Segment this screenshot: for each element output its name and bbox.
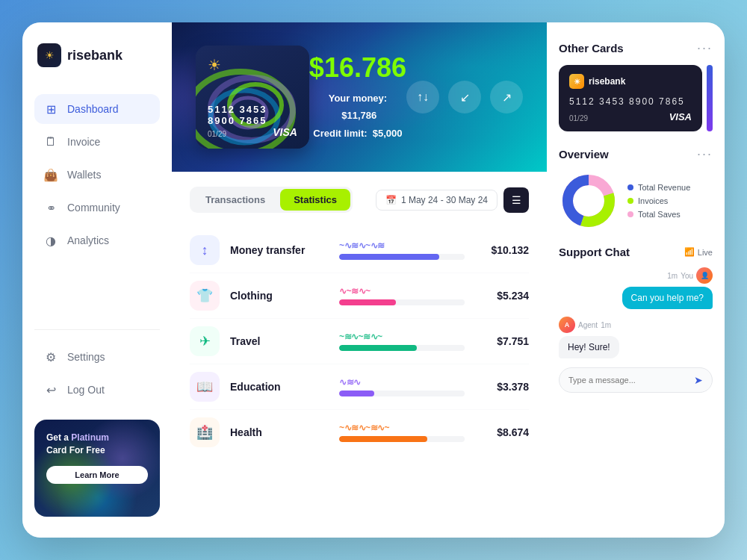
overview-more-button[interactable]: ···: [697, 146, 713, 162]
sidebar-item-invoice[interactable]: 🗒 Invoice: [34, 127, 160, 157]
sidebar-item-label: Log Out: [67, 384, 105, 396]
overview-title: Overview: [559, 148, 609, 161]
receive-button[interactable]: ↙: [448, 81, 481, 113]
transactions-section: Transactions Statistics 📅 1 May 24 - 30 …: [172, 172, 547, 538]
sidebar-item-label: Dashboard: [67, 103, 119, 115]
wifi-icon: 📶: [684, 247, 695, 257]
tx-icon: ✈: [190, 326, 220, 356]
legend-dot-revenue: [627, 184, 633, 190]
sidebar-item-label: Community: [67, 202, 120, 214]
tx-label: Travel: [230, 335, 327, 347]
tx-bar-bg: [339, 391, 465, 396]
transfer-button[interactable]: ↑↓: [406, 81, 439, 113]
action-buttons: ↑↓ ↙ ↗: [406, 81, 523, 113]
support-chat-section: Support Chat 📶 Live 1m You 👤 Can you hel…: [559, 246, 713, 393]
tx-bar-area: ~≋∿~≋∿~: [339, 332, 465, 351]
send-action-button[interactable]: ↗: [490, 81, 523, 113]
sidebar-item-label: Invoice: [67, 136, 100, 148]
tx-bar-area: ∿≋∿: [339, 377, 465, 396]
promo-text: Get a Platinum Card For Free: [46, 432, 148, 457]
sidebar-item-label: Wallets: [67, 169, 101, 181]
card-brand: VISA: [273, 126, 297, 138]
nav-section: ⊞ Dashboard 🗒 Invoice 👜 Wallets ⚭ Commun…: [34, 94, 160, 317]
invoice-icon: 🗒: [43, 134, 58, 149]
date-filter-button[interactable]: 📅 1 May 24 - 30 May 24: [376, 190, 498, 211]
date-range-label: 1 May 24 - 30 May 24: [401, 195, 488, 205]
learn-more-button[interactable]: Learn More: [46, 466, 148, 484]
tx-bar-area: ~∿≋∿~≋∿~: [339, 423, 465, 442]
overview-section: Overview ··· Tot: [559, 146, 713, 231]
agent-bubble: Hey! Sure!: [559, 336, 619, 358]
other-cards-section: Other Cards ··· ☀ risebank 5112 3453 890…: [559, 40, 713, 131]
tx-label: Money transfer: [230, 244, 327, 256]
sidebar-item-community[interactable]: ⚭ Community: [34, 193, 160, 223]
mini-card-number: 5112 3453 8900 7865: [569, 96, 692, 107]
sidebar: ☀ risebank ⊞ Dashboard 🗒 Invoice 👜 Walle…: [22, 22, 172, 538]
sidebar-item-wallets[interactable]: 👜 Wallets: [34, 160, 160, 190]
transaction-row: 🏥 Health ~∿≋∿~≋∿~ $8.674: [190, 410, 529, 455]
legend-item-invoices: Invoices: [627, 196, 690, 205]
main-content: ☀ 5112 3453 8900 7865 01/29 VISA $16.786…: [172, 22, 547, 538]
chat-title: Support Chat: [559, 246, 630, 258]
tx-bar-fill: [339, 345, 417, 351]
transaction-row: ↕ Money transfer ~∿≋∿~∿≋ $10.132: [190, 228, 529, 273]
credit-card: ☀ 5112 3453 8900 7865 01/29 VISA: [196, 46, 309, 149]
tab-transactions[interactable]: Transactions: [192, 189, 279, 211]
tx-amount: $3.378: [477, 381, 529, 393]
sidebar-item-label: Settings: [67, 351, 105, 363]
send-message-button[interactable]: ➤: [694, 374, 703, 386]
sidebar-item-dashboard[interactable]: ⊞ Dashboard: [34, 94, 160, 124]
logo-text: risebank: [67, 48, 123, 63]
donut-legend: Total Revenue Invoices Total Saves: [627, 183, 690, 219]
svg-point-9: [575, 187, 602, 214]
transaction-row: 📖 Education ∿≋∿ $3.378: [190, 364, 529, 410]
tab-statistics[interactable]: Statistics: [280, 189, 350, 211]
tx-amount: $10.132: [477, 244, 529, 256]
card-bottom: 01/29 VISA: [208, 126, 297, 138]
tx-bar-bg: [339, 299, 465, 305]
chat-messages: 1m You 👤 Can you help me? A Agent 1m Hey…: [559, 267, 713, 358]
chat-message-agent: A Agent 1m Hey! Sure!: [559, 317, 713, 358]
transactions-header: Transactions Statistics 📅 1 May 24 - 30 …: [190, 187, 529, 213]
sidebar-item-label: Analytics: [67, 234, 109, 246]
tx-icon: 📖: [190, 372, 220, 402]
sidebar-item-settings[interactable]: ⚙ Settings: [34, 342, 160, 372]
tx-icon: 👕: [190, 281, 220, 311]
card-number: 5112 3453 8900 7865: [208, 104, 297, 126]
sidebar-item-logout[interactable]: ↩ Log Out: [34, 375, 160, 405]
logo-area: ☀ risebank: [34, 43, 160, 67]
filter-button[interactable]: ☰: [503, 187, 529, 213]
other-cards-more-button[interactable]: ···: [697, 40, 713, 56]
chat-header: Support Chat 📶 Live: [559, 246, 713, 258]
transaction-list: ↕ Money transfer ~∿≋∿~∿≋ $10.132 👕 Cloth…: [190, 228, 529, 455]
tx-bar-fill: [339, 391, 374, 396]
tab-group: Transactions Statistics: [190, 187, 353, 213]
tx-label: Clothing: [230, 290, 327, 302]
tx-icon: 🏥: [190, 417, 220, 447]
transaction-row: 👕 Clothing ∿~≋∿~ $5.234: [190, 273, 529, 319]
mini-card-logo: ☀ risebank: [569, 74, 692, 89]
tx-bar-area: ∿~≋∿~: [339, 286, 465, 305]
tx-bar-bg: [339, 345, 465, 351]
user-bubble: Can you help me?: [622, 287, 713, 309]
balance-amount: $16.786: [309, 52, 406, 84]
donut-section: Total Revenue Invoices Total Saves: [559, 171, 713, 231]
nav-divider: [34, 329, 160, 330]
chat-message-user: 1m You 👤 Can you help me?: [559, 267, 713, 309]
dashboard-icon: ⊞: [43, 102, 58, 116]
balance-detail: Your money: $11,786 Credit limit: $5,000: [309, 90, 406, 142]
tx-amount: $5.234: [477, 290, 529, 302]
settings-icon: ⚙: [43, 349, 58, 364]
mini-card: ☀ risebank 5112 3453 8900 7865 01/29 VIS…: [559, 65, 702, 131]
chat-input[interactable]: [568, 376, 688, 385]
agent-avatar: A: [559, 317, 575, 333]
donut-chart: [559, 171, 619, 231]
tx-bar-fill: [339, 299, 396, 305]
main-container: ☀ risebank ⊞ Dashboard 🗒 Invoice 👜 Walle…: [22, 22, 725, 538]
other-cards-row: ☀ risebank 5112 3453 8900 7865 01/29 VIS…: [559, 65, 713, 131]
tx-label: Education: [230, 381, 327, 393]
card-scroll-hint: [707, 65, 713, 131]
sidebar-item-analytics[interactable]: ◑ Analytics: [34, 225, 160, 255]
community-icon: ⚭: [43, 200, 58, 215]
user-meta: 1m You 👤: [667, 267, 713, 284]
